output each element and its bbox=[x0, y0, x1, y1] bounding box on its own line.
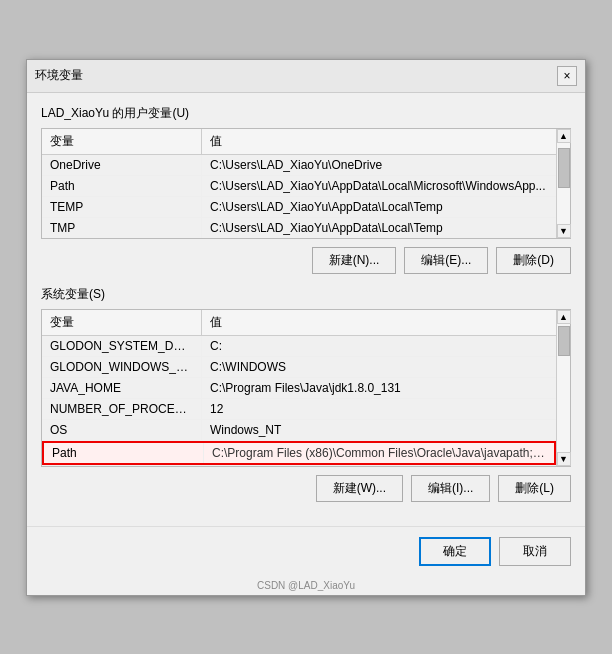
sys-row1-var: GLODON_WINDOWS_DIR bbox=[42, 357, 202, 377]
sys-new-button[interactable]: 新建(W)... bbox=[316, 475, 403, 502]
user-col2-header: 值 bbox=[202, 129, 556, 154]
table-row[interactable]: PATHEXT .COM;.EXE;.BAT;.CMD;.VBS;.VBE;.J… bbox=[42, 465, 556, 466]
table-row[interactable]: Path C:\Users\LAD_XiaoYu\AppData\Local\M… bbox=[42, 176, 556, 197]
user-buttons: 新建(N)... 编辑(E)... 删除(D) bbox=[41, 247, 571, 274]
watermark: CSDN @LAD_XiaoYu bbox=[27, 576, 585, 595]
user-delete-button[interactable]: 删除(D) bbox=[496, 247, 571, 274]
sys-row1-val: C:\WINDOWS bbox=[202, 357, 556, 377]
sys-col1-header: 变量 bbox=[42, 310, 202, 335]
table-row[interactable]: TEMP C:\Users\LAD_XiaoYu\AppData\Local\T… bbox=[42, 197, 556, 218]
sys-table-header: 变量 值 bbox=[42, 310, 556, 336]
table-row[interactable]: GLODON_SYSTEM_DRIVE C: bbox=[42, 336, 556, 357]
user-new-button[interactable]: 新建(N)... bbox=[312, 247, 397, 274]
user-edit-button[interactable]: 编辑(E)... bbox=[404, 247, 488, 274]
sys-row3-var: NUMBER_OF_PROCESSORS bbox=[42, 399, 202, 419]
sys-row5-var: Path bbox=[44, 443, 204, 463]
table-row[interactable]: OS Windows_NT bbox=[42, 420, 556, 441]
footer-buttons: 确定 取消 bbox=[27, 526, 585, 576]
sys-row4-val: Windows_NT bbox=[202, 420, 556, 440]
table-row[interactable]: OneDrive C:\Users\LAD_XiaoYu\OneDrive bbox=[42, 155, 556, 176]
user-row1-val: C:\Users\LAD_XiaoYu\AppData\Local\Micros… bbox=[202, 176, 556, 196]
sys-row2-var: JAVA_HOME bbox=[42, 378, 202, 398]
user-table-body: OneDrive C:\Users\LAD_XiaoYu\OneDrive Pa… bbox=[42, 155, 556, 238]
sys-row3-val: 12 bbox=[202, 399, 556, 419]
sys-delete-button[interactable]: 删除(L) bbox=[498, 475, 571, 502]
sys-row5-val: C:\Program Files (x86)\Common Files\Orac… bbox=[204, 443, 554, 463]
dialog-body: LAD_XiaoYu 的用户变量(U) 变量 值 OneDrive C:\Use… bbox=[27, 93, 585, 526]
sys-edit-button[interactable]: 编辑(I)... bbox=[411, 475, 490, 502]
cancel-button[interactable]: 取消 bbox=[499, 537, 571, 566]
sys-scroll-thumb[interactable] bbox=[558, 326, 570, 356]
sys-scroll-down-arrow[interactable]: ▼ bbox=[557, 452, 571, 466]
user-row2-var: TEMP bbox=[42, 197, 202, 217]
ok-button[interactable]: 确定 bbox=[419, 537, 491, 566]
table-row[interactable]: TMP C:\Users\LAD_XiaoYu\AppData\Local\Te… bbox=[42, 218, 556, 238]
table-row[interactable]: GLODON_WINDOWS_DIR C:\WINDOWS bbox=[42, 357, 556, 378]
sys-buttons: 新建(W)... 编辑(I)... 删除(L) bbox=[41, 475, 571, 502]
user-row0-var: OneDrive bbox=[42, 155, 202, 175]
sys-scroll-track bbox=[557, 324, 570, 452]
scroll-up-arrow[interactable]: ▲ bbox=[557, 129, 571, 143]
sys-table-container: 变量 值 GLODON_SYSTEM_DRIVE C: GLODON_WINDO… bbox=[41, 309, 571, 467]
environment-variables-dialog: 环境变量 × LAD_XiaoYu 的用户变量(U) 变量 值 OneDrive… bbox=[26, 59, 586, 596]
sys-row0-var: GLODON_SYSTEM_DRIVE bbox=[42, 336, 202, 356]
user-row3-var: TMP bbox=[42, 218, 202, 238]
user-row0-val: C:\Users\LAD_XiaoYu\OneDrive bbox=[202, 155, 556, 175]
table-row[interactable]: JAVA_HOME C:\Program Files\Java\jdk1.8.0… bbox=[42, 378, 556, 399]
user-table-container: 变量 值 OneDrive C:\Users\LAD_XiaoYu\OneDri… bbox=[41, 128, 571, 239]
close-button[interactable]: × bbox=[557, 66, 577, 86]
scroll-thumb[interactable] bbox=[558, 148, 570, 188]
user-section-label: LAD_XiaoYu 的用户变量(U) bbox=[41, 105, 571, 122]
sys-row2-val: C:\Program Files\Java\jdk1.8.0_131 bbox=[202, 378, 556, 398]
sys-section-label: 系统变量(S) bbox=[41, 286, 571, 303]
sys-table: 变量 值 GLODON_SYSTEM_DRIVE C: GLODON_WINDO… bbox=[42, 310, 556, 466]
sys-scrollbar[interactable]: ▲ ▼ bbox=[556, 310, 570, 466]
user-table: 变量 值 OneDrive C:\Users\LAD_XiaoYu\OneDri… bbox=[42, 129, 556, 238]
sys-row0-val: C: bbox=[202, 336, 556, 356]
sys-row4-var: OS bbox=[42, 420, 202, 440]
sys-col2-header: 值 bbox=[202, 310, 556, 335]
table-row[interactable]: NUMBER_OF_PROCESSORS 12 bbox=[42, 399, 556, 420]
user-col1-header: 变量 bbox=[42, 129, 202, 154]
user-row3-val: C:\Users\LAD_XiaoYu\AppData\Local\Temp bbox=[202, 218, 556, 238]
table-row-highlighted[interactable]: Path C:\Program Files (x86)\Common Files… bbox=[42, 441, 556, 465]
sys-row6-val: .COM;.EXE;.BAT;.CMD;.VBS;.VBE;.JS;.JSE;.… bbox=[202, 465, 556, 466]
user-table-header: 变量 值 bbox=[42, 129, 556, 155]
title-bar: 环境变量 × bbox=[27, 60, 585, 93]
user-scrollbar[interactable]: ▲ ▼ bbox=[556, 129, 570, 238]
sys-scroll-up-arrow[interactable]: ▲ bbox=[557, 310, 571, 324]
sys-row6-var: PATHEXT bbox=[42, 465, 202, 466]
scroll-track bbox=[557, 143, 570, 224]
sys-table-body: GLODON_SYSTEM_DRIVE C: GLODON_WINDOWS_DI… bbox=[42, 336, 556, 466]
user-row1-var: Path bbox=[42, 176, 202, 196]
dialog-title: 环境变量 bbox=[35, 67, 83, 84]
scroll-down-arrow[interactable]: ▼ bbox=[557, 224, 571, 238]
user-row2-val: C:\Users\LAD_XiaoYu\AppData\Local\Temp bbox=[202, 197, 556, 217]
